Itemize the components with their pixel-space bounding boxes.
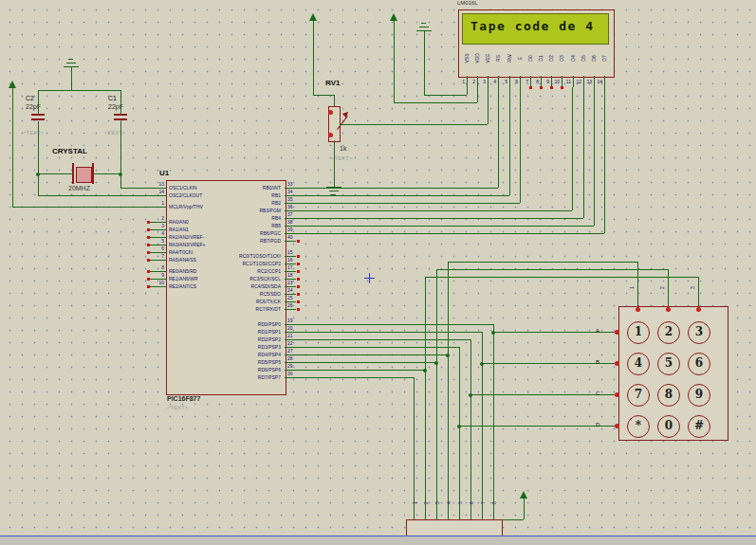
wire-segment bbox=[296, 188, 498, 189]
wire-segment bbox=[296, 210, 572, 211]
mcu-pin-name: RB2 bbox=[167, 200, 281, 206]
mcu-pin-name: RB4 bbox=[167, 215, 281, 221]
keypad-key-7[interactable]: 7 bbox=[627, 384, 650, 407]
wire-segment bbox=[64, 66, 79, 67]
wire-segment bbox=[38, 90, 39, 115]
pin-stub bbox=[414, 512, 415, 519]
pin-stub bbox=[448, 512, 449, 519]
pin-stub bbox=[470, 512, 471, 519]
wire-segment bbox=[12, 207, 150, 208]
wire-segment bbox=[296, 347, 459, 348]
lcd-pin-name: D3 bbox=[559, 46, 565, 71]
unconnected-pin-marker bbox=[297, 240, 300, 243]
mcu-pin-number: 5 bbox=[150, 238, 164, 244]
keypad-key-4[interactable]: 4 bbox=[627, 353, 650, 375]
mcu-pin-number: 28 bbox=[287, 355, 302, 361]
connector-pin-label: 7 bbox=[480, 497, 487, 510]
mcu-pin-name: RC5/SDO bbox=[167, 291, 281, 297]
wire-segment bbox=[436, 269, 437, 512]
mcu-pin-name: RB1 bbox=[167, 192, 281, 198]
lcd-pin-name: RS bbox=[495, 46, 502, 71]
pin-stub bbox=[436, 512, 437, 519]
junction-dot bbox=[491, 331, 495, 335]
unconnected-pin-marker bbox=[297, 308, 300, 311]
lcd-pin-name: D0 bbox=[527, 46, 534, 71]
junction-dot bbox=[446, 354, 450, 357]
keypad-key-6[interactable]: 6 bbox=[688, 353, 710, 375]
cap1-placeholder: <TEXT> bbox=[104, 130, 125, 136]
lcd-screen-text: Tape code de 4 bbox=[470, 19, 595, 33]
wire-segment bbox=[425, 277, 426, 512]
wire-segment bbox=[467, 87, 468, 95]
mcu-pin-name: RD7/PSP7 bbox=[167, 374, 281, 380]
schematic-sheet[interactable]: CRYSTAL 20MHZ C2 22pF <TEXT> C1 22pF <TE… bbox=[0, 0, 756, 545]
wire-segment bbox=[448, 262, 449, 512]
mcu-pin-name: RD0/PSP0 bbox=[167, 321, 281, 327]
keypad-key-*[interactable]: * bbox=[627, 415, 650, 438]
lcd-pin-name: D7 bbox=[601, 46, 608, 71]
keypad-key-5[interactable]: 5 bbox=[657, 353, 680, 375]
wire-segment bbox=[296, 332, 482, 333]
wire-segment bbox=[459, 426, 618, 427]
wire-segment bbox=[425, 277, 698, 278]
junction-dot bbox=[119, 173, 122, 176]
wire-segment bbox=[488, 87, 489, 124]
pot-pin-marker bbox=[328, 133, 333, 137]
mcu-pin-number: 2 bbox=[150, 215, 164, 221]
mcu-pin-name: RD5/PSP5 bbox=[167, 359, 281, 365]
keypad-key-9[interactable]: 9 bbox=[688, 384, 710, 407]
wire-segment bbox=[436, 269, 668, 270]
mcu-pin-number: 21 bbox=[287, 333, 302, 338]
keypad-pin-marker bbox=[666, 307, 671, 312]
lcd-pin-number: 11 bbox=[563, 79, 571, 84]
mcu-pin-name: RC0/T1OSO/T1CKI bbox=[167, 253, 281, 259]
lcd-pin-name: RW bbox=[507, 46, 513, 71]
mcu-pin-number: 10 bbox=[150, 280, 164, 285]
wire-segment bbox=[503, 519, 524, 520]
wire-segment bbox=[120, 90, 121, 115]
wire-segment bbox=[296, 377, 414, 378]
wire-segment bbox=[296, 324, 493, 325]
pin-stub bbox=[459, 512, 460, 519]
keypad-key-3[interactable]: 3 bbox=[688, 321, 710, 344]
wire-segment bbox=[296, 226, 594, 227]
mcu-pin-name: RB6/PGC bbox=[167, 230, 281, 236]
mcu-pin-number: 1 bbox=[150, 200, 164, 206]
lcd-pin-number: 14 bbox=[595, 79, 602, 84]
lcd-pin-number: 3 bbox=[478, 79, 486, 84]
mcu-pin-number: 33 bbox=[287, 181, 302, 187]
wire-segment bbox=[334, 140, 335, 187]
wire-segment bbox=[296, 233, 604, 234]
mcu-pin-number: 4 bbox=[150, 230, 164, 236]
mcu-pin-name: RD1/PSP1 bbox=[167, 329, 281, 335]
lcd-pin-number: 13 bbox=[584, 79, 592, 84]
wire-segment bbox=[572, 87, 573, 210]
connector-pin-label: 8 bbox=[491, 497, 498, 510]
lcd-pin-name: D4 bbox=[570, 46, 577, 71]
keypad-key-0[interactable]: 0 bbox=[657, 415, 680, 438]
pin-stub bbox=[150, 286, 166, 287]
lcd-pin-number: 8 bbox=[531, 79, 539, 84]
keypad-key-1[interactable]: 1 bbox=[627, 321, 650, 344]
pin-stub bbox=[425, 512, 426, 519]
cap2-ref: C2 bbox=[26, 95, 34, 101]
mcu-pin-number: 13 bbox=[150, 181, 164, 187]
wire-segment bbox=[520, 87, 521, 203]
power-arrow-icon bbox=[309, 13, 317, 21]
keypad-key-2[interactable]: 2 bbox=[657, 321, 680, 344]
cap1-ref: C1 bbox=[108, 95, 117, 101]
mcu-pin-name: RB7/PGD bbox=[167, 238, 281, 244]
keypad-key-#[interactable]: # bbox=[688, 415, 710, 438]
crystal-symbol[interactable] bbox=[76, 167, 92, 183]
pin-stub bbox=[285, 377, 296, 378]
keypad-key-8[interactable]: 8 bbox=[657, 384, 680, 407]
pin-stub bbox=[150, 207, 166, 208]
lcd-pin-name: D1 bbox=[538, 46, 544, 71]
lcd-pin-name: E bbox=[517, 46, 524, 71]
keypad-col-label: 1 bbox=[629, 281, 636, 296]
power-arrow-icon bbox=[9, 81, 16, 88]
mcu-pin-number: 34 bbox=[287, 189, 302, 194]
mcu-pin-name: RB0/INT bbox=[167, 185, 281, 191]
wire-segment bbox=[424, 30, 425, 95]
mcu-pin-number: 27 bbox=[287, 348, 302, 354]
